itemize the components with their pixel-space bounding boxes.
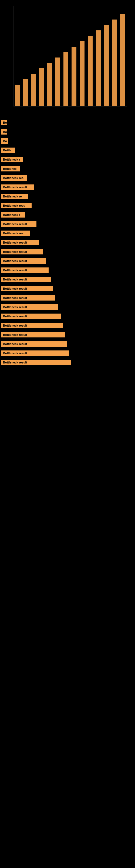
result-label: Bottleneck result [1, 314, 61, 319]
result-row-5: Bottlenec [1, 166, 134, 172]
svg-rect-3 [15, 85, 20, 106]
svg-rect-6 [39, 68, 44, 106]
site-title [0, 0, 135, 3]
result-row-25: Bottleneck result [1, 350, 134, 356]
svg-rect-10 [72, 46, 77, 106]
result-label: Bottleneck res [1, 230, 30, 236]
result-row-1: Bo [1, 129, 134, 134]
result-row-6: Bottleneck res [1, 175, 134, 181]
result-row-14: Bottleneck result [1, 249, 134, 254]
result-label: Bottle [1, 148, 15, 153]
result-label: Bo [1, 120, 7, 125]
result-row-3: Bottle [1, 148, 134, 153]
result-row-4: Bottleneck r [1, 157, 134, 162]
svg-rect-16 [120, 14, 125, 106]
result-row-26: Bottleneck result [1, 360, 134, 365]
result-label: Bottleneck re [1, 194, 28, 199]
svg-rect-7 [47, 63, 52, 106]
result-row-10: Bottleneck r [1, 212, 134, 218]
result-label: Bottleneck result [1, 240, 39, 245]
result-row-21: Bottleneck result [1, 314, 134, 319]
result-row-24: Bottleneck result [1, 341, 134, 347]
svg-rect-4 [23, 79, 28, 106]
result-row-18: Bottleneck result [1, 286, 134, 291]
result-row-20: Bottleneck result [1, 304, 134, 310]
result-row-8: Bottleneck re [1, 194, 134, 199]
result-label: Bottleneck result [1, 286, 53, 291]
svg-rect-15 [112, 20, 117, 106]
svg-rect-9 [63, 52, 68, 106]
result-label: Bottleneck result [1, 184, 34, 190]
result-row-17: Bottleneck result [1, 277, 134, 282]
results-container: BoBoBoBottleBottleneck rBottlenecBottlen… [0, 117, 135, 368]
result-label: Bottlenec [1, 166, 20, 172]
result-label: Bottleneck resu [1, 203, 32, 208]
result-label: Bottleneck result [1, 221, 37, 227]
result-row-13: Bottleneck result [1, 240, 134, 245]
result-label: Bottleneck result [1, 323, 63, 328]
svg-rect-14 [104, 25, 109, 106]
result-label: Bottleneck result [1, 341, 67, 347]
chart-area [0, 3, 135, 117]
svg-rect-12 [88, 36, 93, 106]
result-label: Bo [1, 138, 8, 144]
result-row-11: Bottleneck result [1, 221, 134, 227]
result-row-15: Bottleneck result [1, 258, 134, 264]
result-label: Bottleneck result [1, 360, 71, 365]
result-label: Bottleneck result [1, 304, 58, 310]
result-label: Bottleneck result [1, 332, 65, 337]
result-label: Bottleneck result [1, 277, 51, 282]
result-row-16: Bottleneck result [1, 268, 134, 273]
result-row-7: Bottleneck result [1, 184, 134, 190]
result-label: Bottleneck result [1, 249, 43, 254]
result-row-23: Bottleneck result [1, 332, 134, 337]
svg-rect-5 [31, 74, 36, 106]
svg-rect-8 [55, 58, 60, 106]
result-label: Bottleneck res [1, 175, 27, 181]
result-label: Bottleneck r [1, 212, 25, 218]
svg-rect-11 [80, 41, 85, 106]
result-row-22: Bottleneck result [1, 323, 134, 328]
result-label: Bottleneck result [1, 258, 46, 264]
result-row-12: Bottleneck res [1, 230, 134, 236]
result-row-9: Bottleneck resu [1, 203, 134, 208]
svg-rect-13 [96, 30, 101, 106]
result-label: Bottleneck result [1, 295, 55, 301]
result-row-19: Bottleneck result [1, 295, 134, 301]
result-row-2: Bo [1, 138, 134, 144]
result-label: Bottleneck result [1, 350, 69, 356]
result-label: Bo [1, 129, 7, 134]
result-label: Bottleneck r [1, 157, 23, 162]
result-row-0: Bo [1, 120, 134, 125]
result-label: Bottleneck result [1, 268, 49, 273]
